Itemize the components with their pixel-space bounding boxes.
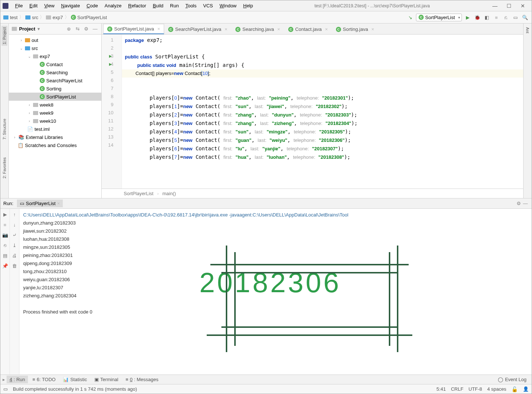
tree-node-searchplayerlist[interactable]: CSearchPlayerList xyxy=(9,76,101,85)
pin-icon[interactable]: 📌 xyxy=(2,262,8,269)
locate-icon[interactable]: ⊕ xyxy=(65,26,72,32)
exit-icon[interactable]: ⎋ xyxy=(2,242,8,248)
close-icon[interactable]: × xyxy=(371,26,374,32)
coverage-icon[interactable]: ◧ xyxy=(483,14,491,21)
class-icon: C xyxy=(107,26,112,32)
run-gutter-icon[interactable]: ▶ xyxy=(109,52,112,60)
minimize-button[interactable]: — xyxy=(488,3,502,9)
bottom-tab-terminal[interactable]: ▣ Terminal xyxy=(91,376,121,383)
editor-tab-sorting[interactable]: CSorting.java× xyxy=(332,24,378,34)
tree-node-week10[interactable]: ›week10 xyxy=(9,117,101,125)
folder-icon xyxy=(46,15,51,19)
menu-window[interactable]: Window xyxy=(217,1,239,10)
lock-icon[interactable]: 🔓 xyxy=(511,386,518,392)
search-everywhere-icon[interactable]: 🔍 xyxy=(521,14,529,21)
tree-node-searching[interactable]: CSearching xyxy=(9,68,101,76)
sidebar-tab-project[interactable]: 1: Project xyxy=(1,26,7,46)
build-icon[interactable]: ↘ xyxy=(406,14,414,21)
editor-breadcrumb[interactable]: SortPlayerList › main() xyxy=(102,189,523,198)
close-icon[interactable]: × xyxy=(277,26,280,32)
tree-node-week8[interactable]: ›week8 xyxy=(9,101,101,109)
menu-code[interactable]: Code xyxy=(84,1,101,10)
tree-node-external[interactable]: ›📚External Libraries xyxy=(9,133,101,141)
down-icon[interactable]: ↓ xyxy=(11,221,18,228)
tree-node-sortplayerlist[interactable]: CSortPlayerList xyxy=(9,93,101,101)
sidebar-tab-ant[interactable]: Ant xyxy=(525,26,531,35)
vcs-icon[interactable]: ⎌ xyxy=(502,14,510,21)
tree-node-src[interactable]: ⌄src xyxy=(9,44,101,52)
sidebar-tab-favorites[interactable]: 2: Favorites xyxy=(1,156,7,180)
tree-node-scratches[interactable]: 📋Scratches and Consoles xyxy=(9,141,101,149)
code-editor[interactable]: package exp7; public class SortPlayerLis… xyxy=(122,35,523,189)
menu-tools[interactable]: Tools xyxy=(182,1,199,10)
run-gutter-icon[interactable]: ▶ xyxy=(109,60,112,68)
bottom-tab-eventlog[interactable]: ◯ Event Log xyxy=(495,376,529,383)
close-icon[interactable]: × xyxy=(225,26,228,32)
hide-icon[interactable]: — xyxy=(92,26,98,32)
up-icon[interactable]: ↑ xyxy=(11,211,18,218)
menu-refactor[interactable]: Refactor xyxy=(125,1,149,10)
bottom-tab-messages[interactable]: ≡ 0: Messages xyxy=(123,376,161,383)
bottom-tab-run[interactable]: 4: Run xyxy=(7,376,28,383)
editor-tab-contact[interactable]: CContact.java× xyxy=(284,24,332,34)
inspector-icon[interactable]: 👤 xyxy=(523,386,529,392)
scroll-icon[interactable]: ⤓ xyxy=(11,242,18,248)
wrap-icon[interactable]: ⤶ xyxy=(11,232,18,238)
sidebar-tab-structure[interactable]: 7: Structure xyxy=(1,117,7,141)
console-output[interactable]: C:\Users\DELL\AppData\Local\JetBrains\To… xyxy=(19,209,532,375)
bottom-tab-statistic[interactable]: 📊 Statistic xyxy=(60,376,90,383)
run-icon[interactable]: ▶ xyxy=(464,14,471,21)
expand-icon[interactable]: ⇆ xyxy=(74,26,81,32)
editor-tab-searching[interactable]: CSearching.java× xyxy=(231,24,284,34)
menu-analyze[interactable]: Analyze xyxy=(102,1,124,10)
project-tree[interactable]: ›out ⌄src ⌄exp7 CContact CSearching CSea… xyxy=(9,35,101,198)
settings-icon[interactable]: ⚙ xyxy=(515,201,522,206)
menu-help[interactable]: Help xyxy=(240,1,256,10)
tree-node-exp7[interactable]: ⌄exp7 xyxy=(9,52,101,60)
editor-tab-sortplayerlist[interactable]: CSortPlayerList.java× xyxy=(103,24,164,34)
crumb-exp7: exp7 xyxy=(53,15,63,20)
layout-icon[interactable]: ▤ xyxy=(2,252,8,259)
menu-run[interactable]: Run xyxy=(167,1,182,10)
settings-icon[interactable]: ⚙ xyxy=(83,26,90,32)
navigation-bar: test 〉 src 〉 exp7 〉 C SortPlayerList ↘ C… xyxy=(0,11,532,24)
stop-icon[interactable]: ■ xyxy=(493,14,500,21)
hide-icon[interactable]: — xyxy=(522,201,529,206)
watermark-line xyxy=(397,246,398,352)
status-indent[interactable]: 4 spaces xyxy=(487,386,506,392)
class-icon: C xyxy=(40,70,45,75)
menu-edit[interactable]: Edit xyxy=(26,1,40,10)
debug-icon[interactable]: 🐞 xyxy=(474,14,481,21)
status-line-sep[interactable]: CRLF xyxy=(451,386,463,392)
stop-icon[interactable]: ■ xyxy=(2,221,8,228)
rerun-icon[interactable]: ▶ xyxy=(2,211,8,218)
bottom-tab-todo[interactable]: ≡ 6: TODO xyxy=(29,376,58,383)
clear-icon[interactable]: 🗑 xyxy=(11,262,18,269)
tree-node-sorting[interactable]: CSorting xyxy=(9,85,101,93)
menu-vcs[interactable]: VCS xyxy=(200,1,216,10)
run-config-label: SortPlayerList xyxy=(425,15,455,20)
menu-file[interactable]: File xyxy=(12,1,26,10)
dump-icon[interactable]: 📷 xyxy=(2,232,8,238)
run-config-combo[interactable]: C SortPlayerList xyxy=(416,14,462,21)
tree-node-iml[interactable]: 📄test.iml xyxy=(9,125,101,133)
close-button[interactable]: ✕ xyxy=(516,3,529,9)
run-tab[interactable]: ▭ SortPlayerList × xyxy=(17,200,63,207)
close-icon[interactable]: × xyxy=(157,26,160,32)
close-icon[interactable]: × xyxy=(57,201,60,206)
menu-view[interactable]: View xyxy=(41,1,57,10)
editor-gutter[interactable]: 12 3▶ 4▶ 567891011121314 xyxy=(102,35,122,189)
close-icon[interactable]: × xyxy=(325,26,328,32)
menu-build[interactable]: Build xyxy=(150,1,166,10)
print-icon[interactable]: 🖨 xyxy=(11,252,18,259)
status-position[interactable]: 5:41 xyxy=(437,386,446,392)
breadcrumb[interactable]: test 〉 src 〉 exp7 〉 C SortPlayerList xyxy=(3,14,107,21)
status-encoding[interactable]: UTF-8 xyxy=(468,386,482,392)
tree-node-contact[interactable]: CContact xyxy=(9,60,101,68)
maximize-button[interactable]: ☐ xyxy=(502,3,515,9)
editor-tab-searchplayerlist[interactable]: CSearchPlayerList.java× xyxy=(164,24,231,34)
structure-icon[interactable]: ▭ xyxy=(512,14,519,21)
tree-node-week9[interactable]: ›week9 xyxy=(9,109,101,117)
tree-node-out[interactable]: ›out xyxy=(9,36,101,44)
menu-navigate[interactable]: Navigate xyxy=(58,1,83,10)
